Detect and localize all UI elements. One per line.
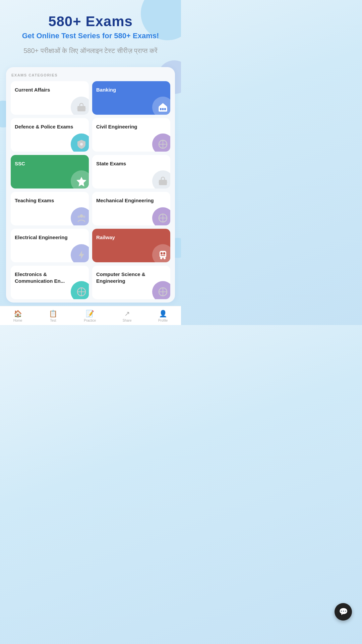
- category-title-electrical-engineering: Electrical Engineering: [15, 234, 85, 241]
- svg-rect-13: [158, 182, 168, 182]
- svg-rect-23: [163, 252, 165, 255]
- category-card-state-exams[interactable]: State Exams: [92, 155, 170, 189]
- svg-rect-5: [162, 108, 164, 110]
- header-subtitle-en: Get Online Test Series for 580+ Exams!: [7, 32, 174, 40]
- nav-item-share[interactable]: ↗Share: [123, 310, 132, 322]
- nav-item-home[interactable]: 🏠Home: [13, 310, 22, 322]
- category-title-electronics-comm: Electronics & Communication En...: [15, 271, 85, 284]
- category-title-current-affairs: Current Affairs: [15, 87, 85, 93]
- category-icon-state-exams: [152, 170, 170, 189]
- category-title-teaching-exams: Teaching Exams: [15, 197, 85, 204]
- category-title-state-exams: State Exams: [96, 160, 166, 167]
- practice-label: Practice: [84, 319, 96, 322]
- category-title-defence-police: Defence & Police Exams: [15, 123, 85, 130]
- svg-point-7: [80, 143, 83, 146]
- test-label: Test: [50, 319, 56, 322]
- category-card-railway[interactable]: Railway: [92, 229, 170, 262]
- category-title-mechanical-engineering: Mechanical Engineering: [96, 197, 166, 204]
- category-icon-defence-police: [71, 133, 89, 152]
- svg-marker-3: [159, 103, 167, 107]
- category-title-railway: Railway: [96, 234, 166, 241]
- category-icon-railway: [152, 244, 170, 262]
- panel-label: EXAMS CATEGORIES: [11, 73, 170, 77]
- svg-point-25: [160, 257, 162, 259]
- category-card-electrical-engineering[interactable]: Electrical Engineering: [11, 229, 89, 262]
- profile-icon: 👤: [159, 310, 167, 318]
- category-card-civil-engineering[interactable]: Civil Engineering: [92, 118, 170, 152]
- share-label: Share: [123, 319, 132, 322]
- category-card-electronics-comm[interactable]: Electronics & Communication En...: [11, 266, 89, 299]
- category-icon-current-affairs: [71, 97, 89, 115]
- svg-marker-20: [79, 251, 84, 259]
- header-title: 580+ Exams: [7, 13, 174, 30]
- svg-marker-11: [76, 177, 86, 186]
- header: 580+ Exams Get Online Test Series for 58…: [0, 0, 181, 59]
- test-icon: 📋: [49, 310, 57, 318]
- svg-point-16: [83, 216, 85, 218]
- nav-item-profile[interactable]: 👤Profile: [158, 310, 168, 322]
- category-card-teaching-exams[interactable]: Teaching Exams: [11, 192, 89, 225]
- category-icon-electrical-engineering: [71, 244, 89, 262]
- svg-rect-22: [161, 252, 163, 255]
- nav-item-test[interactable]: 📋Test: [49, 310, 57, 322]
- category-card-banking[interactable]: Banking: [92, 81, 170, 115]
- svg-rect-21: [160, 251, 166, 258]
- practice-icon: 📝: [86, 310, 94, 318]
- category-icon-ssc: [71, 170, 89, 189]
- category-card-computer-science[interactable]: Computer Science & Engineering: [92, 266, 170, 299]
- home-icon: 🏠: [14, 310, 22, 318]
- svg-rect-24: [161, 255, 165, 256]
- category-card-current-affairs[interactable]: Current Affairs: [11, 81, 89, 115]
- profile-label: Profile: [158, 319, 168, 322]
- category-icon-mechanical-engineering: [152, 207, 170, 225]
- share-icon: ↗: [124, 310, 130, 318]
- bottom-navigation: 🏠Home📋Test📝Practice↗Share👤Profile: [0, 306, 181, 325]
- category-title-banking: Banking: [96, 87, 166, 93]
- category-title-civil-engineering: Civil Engineering: [96, 123, 166, 130]
- category-card-mechanical-engineering[interactable]: Mechanical Engineering: [92, 192, 170, 225]
- home-label: Home: [13, 319, 22, 322]
- category-icon-civil-engineering: [152, 133, 170, 152]
- category-icon-banking: [152, 97, 170, 115]
- category-icon-teaching-exams: [71, 207, 89, 225]
- category-title-ssc: SSC: [15, 160, 85, 167]
- svg-point-15: [78, 216, 80, 218]
- categories-grid: Current AffairsBankingDefence & Police E…: [11, 81, 170, 299]
- exams-card-panel: EXAMS CATEGORIES Current AffairsBankingD…: [6, 67, 175, 303]
- svg-rect-6: [164, 108, 166, 110]
- svg-point-14: [80, 214, 83, 218]
- category-card-ssc[interactable]: SSC: [11, 155, 89, 189]
- svg-rect-4: [160, 108, 162, 110]
- category-title-computer-science: Computer Science & Engineering: [96, 271, 166, 284]
- svg-rect-1: [76, 108, 86, 109]
- category-card-defence-police[interactable]: Defence & Police Exams: [11, 118, 89, 152]
- svg-point-26: [164, 257, 166, 259]
- header-subtitle-hi: 580+ परीक्षाओं के लिए ऑनलाइन टेस्ट सीरीज…: [7, 46, 174, 56]
- nav-item-practice[interactable]: 📝Practice: [84, 310, 96, 322]
